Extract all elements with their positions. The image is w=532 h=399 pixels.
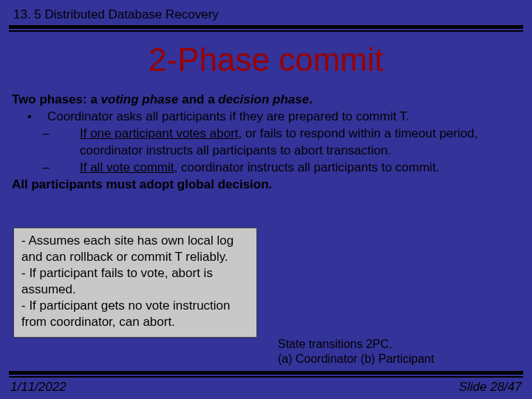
dash-mark-1: – — [12, 126, 80, 160]
bullet-text: Coordinator asks all participants if the… — [47, 109, 520, 126]
caption-line-2: (a) Coordinator (b) Participant — [278, 352, 514, 366]
dash-mark-2: – — [12, 160, 80, 177]
figure-caption: State transitions 2PC. (a) Coordinator (… — [278, 337, 514, 366]
sub1-underline: If one participant votes abort — [80, 126, 239, 140]
lead-line: Two phases: a voting phase and a decisio… — [12, 92, 520, 109]
bullet-mark: • — [12, 109, 47, 126]
sub2-rest: , coordinator instructs all participants… — [174, 160, 440, 174]
inset-box: - Assumes each site has own local log an… — [13, 228, 257, 338]
slide-title: 2-Phase commit — [0, 41, 532, 78]
closing-line: All participants must adopt global decis… — [12, 177, 520, 194]
box-line-2: - If participant fails to vote, abort is… — [21, 265, 249, 298]
sub2-text: If all vote commit, coordinator instruct… — [80, 160, 520, 177]
divider-thin-bottom — [9, 376, 523, 378]
lead-post: . — [309, 92, 313, 106]
bullet-row: • Coordinator asks all participants if t… — [12, 109, 520, 126]
footer-date: 1/11/2022 — [10, 380, 66, 395]
top-divider — [9, 25, 523, 33]
lead-em1: voting phase — [101, 92, 179, 106]
divider-thin — [9, 30, 523, 32]
body-content: Two phases: a voting phase and a decisio… — [12, 92, 520, 194]
sub-row-2: – If all vote commit, coordinator instru… — [12, 160, 520, 177]
footer-slide-number: Slide 28/47 — [459, 380, 522, 395]
divider-thick — [9, 25, 523, 29]
bottom-divider — [9, 371, 523, 378]
divider-thick-bottom — [9, 371, 523, 375]
section-label: 13. 5 Distributed Database Recovery — [13, 7, 219, 22]
caption-line-1: State transitions 2PC. — [278, 337, 514, 352]
box-line-1: - Assumes each site has own local log an… — [21, 233, 249, 265]
lead-em2: decision phase — [218, 92, 309, 106]
sub2-underline: If all vote commit — [80, 160, 174, 174]
sub1-text: If one participant votes abort, or fails… — [80, 126, 520, 160]
box-line-3: - If participant gets no vote instructio… — [21, 298, 249, 330]
sub-row-1: – If one participant votes abort, or fai… — [12, 126, 520, 160]
lead-pre: Two phases: a — [12, 92, 101, 106]
lead-mid: and a — [178, 92, 218, 106]
